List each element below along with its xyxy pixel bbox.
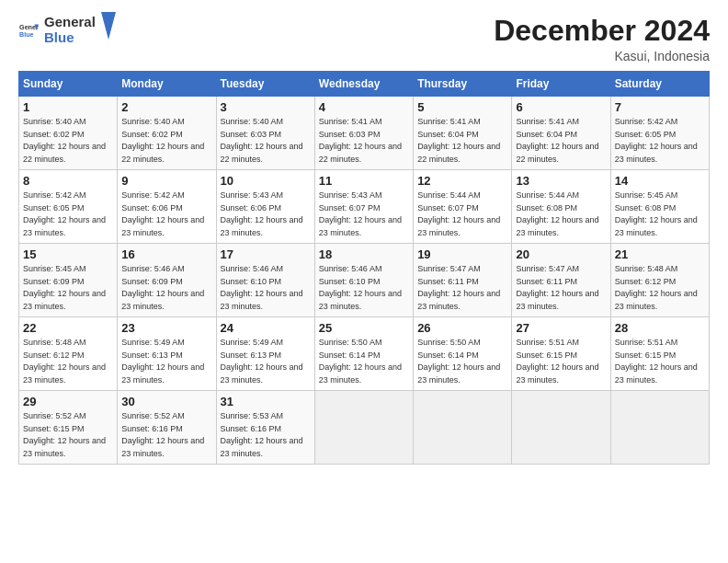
day-info: Sunrise: 5:40 AMSunset: 6:02 PMDaylight:… xyxy=(121,116,211,166)
calendar-cell: 17Sunrise: 5:46 AMSunset: 6:10 PMDayligh… xyxy=(216,244,314,317)
calendar-cell: 1Sunrise: 5:40 AMSunset: 6:02 PMDaylight… xyxy=(19,97,118,170)
col-tuesday: Tuesday xyxy=(216,72,314,97)
day-number: 23 xyxy=(121,321,211,335)
calendar-title: December 2024 xyxy=(494,15,710,47)
calendar-cell: 11Sunrise: 5:43 AMSunset: 6:07 PMDayligh… xyxy=(314,170,413,244)
day-info: Sunrise: 5:45 AMSunset: 6:09 PMDaylight:… xyxy=(23,263,113,313)
calendar-cell: 25Sunrise: 5:50 AMSunset: 6:14 PMDayligh… xyxy=(314,317,413,391)
calendar-cell: 23Sunrise: 5:49 AMSunset: 6:13 PMDayligh… xyxy=(118,317,216,391)
calendar-cell: 29Sunrise: 5:52 AMSunset: 6:15 PMDayligh… xyxy=(19,391,118,465)
logo-icon: General Blue xyxy=(18,20,39,40)
col-sunday: Sunday xyxy=(19,72,118,97)
page-container: General Blue General Blue December 2024 … xyxy=(0,0,728,476)
day-number: 15 xyxy=(23,247,113,261)
calendar-cell xyxy=(314,391,413,465)
day-number: 20 xyxy=(516,247,606,261)
day-info: Sunrise: 5:45 AMSunset: 6:08 PMDaylight:… xyxy=(615,190,705,239)
day-number: 21 xyxy=(615,247,705,261)
calendar-week-row: 1Sunrise: 5:40 AMSunset: 6:02 PMDaylight… xyxy=(19,97,710,170)
calendar-cell: 10Sunrise: 5:43 AMSunset: 6:06 PMDayligh… xyxy=(216,170,314,244)
calendar-cell: 9Sunrise: 5:42 AMSunset: 6:06 PMDaylight… xyxy=(118,170,216,244)
svg-text:Blue: Blue xyxy=(19,30,34,38)
calendar-cell: 8Sunrise: 5:42 AMSunset: 6:05 PMDaylight… xyxy=(19,170,118,244)
day-info: Sunrise: 5:47 AMSunset: 6:11 PMDaylight:… xyxy=(516,263,606,313)
calendar-cell: 5Sunrise: 5:41 AMSunset: 6:04 PMDaylight… xyxy=(414,97,512,170)
day-number: 2 xyxy=(121,100,211,114)
day-info: Sunrise: 5:42 AMSunset: 6:05 PMDaylight:… xyxy=(23,190,113,239)
calendar-cell: 20Sunrise: 5:47 AMSunset: 6:11 PMDayligh… xyxy=(512,244,610,317)
calendar-cell: 12Sunrise: 5:44 AMSunset: 6:07 PMDayligh… xyxy=(414,170,512,244)
day-number: 31 xyxy=(221,395,311,408)
day-info: Sunrise: 5:44 AMSunset: 6:08 PMDaylight:… xyxy=(516,190,606,239)
day-info: Sunrise: 5:48 AMSunset: 6:12 PMDaylight:… xyxy=(615,263,705,313)
col-monday: Monday xyxy=(118,72,216,97)
calendar-cell: 21Sunrise: 5:48 AMSunset: 6:12 PMDayligh… xyxy=(610,244,709,317)
day-number: 1 xyxy=(23,100,113,114)
day-number: 9 xyxy=(121,174,211,188)
col-wednesday: Wednesday xyxy=(314,72,413,97)
day-info: Sunrise: 5:52 AMSunset: 6:16 PMDaylight:… xyxy=(121,410,211,460)
day-info: Sunrise: 5:41 AMSunset: 6:04 PMDaylight:… xyxy=(516,116,606,166)
day-number: 25 xyxy=(319,321,409,335)
calendar-cell: 26Sunrise: 5:50 AMSunset: 6:14 PMDayligh… xyxy=(414,317,512,391)
header: General Blue General Blue December 2024 … xyxy=(18,15,710,63)
calendar-cell: 6Sunrise: 5:41 AMSunset: 6:04 PMDaylight… xyxy=(512,97,610,170)
day-info: Sunrise: 5:40 AMSunset: 6:03 PMDaylight:… xyxy=(221,116,311,166)
calendar-cell: 30Sunrise: 5:52 AMSunset: 6:16 PMDayligh… xyxy=(118,391,216,465)
day-number: 12 xyxy=(417,174,507,188)
day-number: 18 xyxy=(319,247,409,261)
calendar-cell: 15Sunrise: 5:45 AMSunset: 6:09 PMDayligh… xyxy=(19,244,118,317)
day-number: 7 xyxy=(615,100,705,114)
day-number: 27 xyxy=(516,321,606,335)
day-number: 28 xyxy=(615,321,705,335)
col-thursday: Thursday xyxy=(414,72,512,97)
day-info: Sunrise: 5:46 AMSunset: 6:09 PMDaylight:… xyxy=(121,263,211,313)
calendar-cell: 16Sunrise: 5:46 AMSunset: 6:09 PMDayligh… xyxy=(118,244,216,317)
day-number: 16 xyxy=(121,247,211,261)
calendar-cell: 18Sunrise: 5:46 AMSunset: 6:10 PMDayligh… xyxy=(314,244,413,317)
calendar-cell: 7Sunrise: 5:42 AMSunset: 6:05 PMDaylight… xyxy=(610,97,709,170)
day-info: Sunrise: 5:49 AMSunset: 6:13 PMDaylight:… xyxy=(221,337,311,386)
day-info: Sunrise: 5:48 AMSunset: 6:12 PMDaylight:… xyxy=(23,337,113,386)
day-number: 29 xyxy=(23,395,113,408)
calendar-cell: 24Sunrise: 5:49 AMSunset: 6:13 PMDayligh… xyxy=(216,317,314,391)
day-info: Sunrise: 5:42 AMSunset: 6:05 PMDaylight:… xyxy=(615,116,705,166)
logo-text-blue: Blue xyxy=(44,30,96,46)
calendar-cell: 19Sunrise: 5:47 AMSunset: 6:11 PMDayligh… xyxy=(414,244,512,317)
calendar-week-row: 22Sunrise: 5:48 AMSunset: 6:12 PMDayligh… xyxy=(19,317,710,391)
calendar-week-row: 15Sunrise: 5:45 AMSunset: 6:09 PMDayligh… xyxy=(19,244,710,317)
day-info: Sunrise: 5:49 AMSunset: 6:13 PMDaylight:… xyxy=(121,337,211,386)
day-info: Sunrise: 5:41 AMSunset: 6:03 PMDaylight:… xyxy=(319,116,409,166)
calendar-subtitle: Kasui, Indonesia xyxy=(494,49,710,63)
calendar-header-row: Sunday Monday Tuesday Wednesday Thursday… xyxy=(19,72,710,97)
day-number: 6 xyxy=(516,100,606,114)
calendar-cell: 2Sunrise: 5:40 AMSunset: 6:02 PMDaylight… xyxy=(118,97,216,170)
day-number: 26 xyxy=(417,321,507,335)
calendar-cell: 22Sunrise: 5:48 AMSunset: 6:12 PMDayligh… xyxy=(19,317,118,391)
day-info: Sunrise: 5:46 AMSunset: 6:10 PMDaylight:… xyxy=(221,263,311,313)
day-info: Sunrise: 5:50 AMSunset: 6:14 PMDaylight:… xyxy=(319,337,409,386)
day-number: 30 xyxy=(121,395,211,408)
calendar-cell: 28Sunrise: 5:51 AMSunset: 6:15 PMDayligh… xyxy=(610,317,709,391)
day-info: Sunrise: 5:44 AMSunset: 6:07 PMDaylight:… xyxy=(417,190,507,239)
day-number: 10 xyxy=(221,174,311,188)
day-info: Sunrise: 5:43 AMSunset: 6:07 PMDaylight:… xyxy=(319,190,409,239)
day-info: Sunrise: 5:40 AMSunset: 6:02 PMDaylight:… xyxy=(23,116,113,166)
calendar-cell: 14Sunrise: 5:45 AMSunset: 6:08 PMDayligh… xyxy=(610,170,709,244)
day-number: 8 xyxy=(23,174,113,188)
calendar-cell: 4Sunrise: 5:41 AMSunset: 6:03 PMDaylight… xyxy=(314,97,413,170)
day-info: Sunrise: 5:51 AMSunset: 6:15 PMDaylight:… xyxy=(516,337,606,386)
day-info: Sunrise: 5:41 AMSunset: 6:04 PMDaylight:… xyxy=(417,116,507,166)
calendar-cell xyxy=(610,391,709,465)
col-saturday: Saturday xyxy=(610,72,709,97)
col-friday: Friday xyxy=(512,72,610,97)
logo-text-general: General xyxy=(44,15,96,30)
day-info: Sunrise: 5:50 AMSunset: 6:14 PMDaylight:… xyxy=(417,337,507,386)
day-number: 3 xyxy=(221,100,311,114)
day-number: 19 xyxy=(417,247,507,261)
day-number: 17 xyxy=(221,247,311,261)
logo-chevron-icon xyxy=(101,12,116,40)
day-number: 4 xyxy=(319,100,409,114)
svg-marker-3 xyxy=(101,12,116,40)
calendar-cell: 13Sunrise: 5:44 AMSunset: 6:08 PMDayligh… xyxy=(512,170,610,244)
